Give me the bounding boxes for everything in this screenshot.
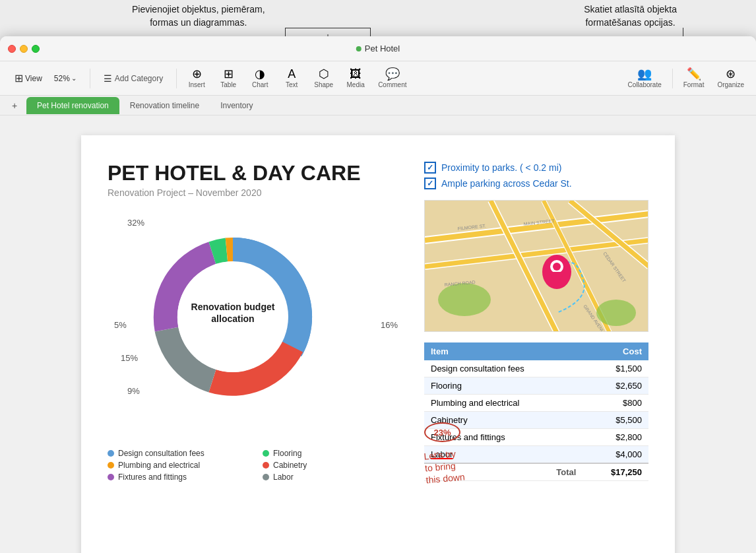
maximize-button[interactable] bbox=[32, 45, 40, 53]
tab-pet-hotel-renovation[interactable]: Pet Hotel renovation bbox=[26, 97, 119, 114]
pct-label-9: 9% bbox=[127, 386, 140, 396]
toolbar-category-group: ☰ Add Category bbox=[96, 71, 171, 86]
svg-point-12 bbox=[438, 283, 491, 316]
svg-point-21 bbox=[553, 263, 561, 271]
add-tab-button[interactable]: + bbox=[8, 99, 21, 112]
tab-renovation-timeline[interactable]: Renovation timeline bbox=[119, 97, 210, 114]
toolbar-separator-2 bbox=[176, 69, 177, 88]
collaborate-icon: 👥 bbox=[637, 68, 652, 80]
cost-flooring: $2,650 bbox=[583, 377, 648, 395]
table-button[interactable]: ⊞ Table bbox=[214, 65, 243, 91]
toolbar-separator-1 bbox=[90, 69, 90, 88]
checkbox-parking-label: Ample parking across Cedar St. bbox=[441, 178, 572, 189]
donut-chart-container: 32% 5% 15% 9% 16% bbox=[108, 211, 404, 436]
chart-center-line2: allocation bbox=[211, 313, 254, 324]
doc-left: PET HOTEL & DAY CARE Renovation Project … bbox=[108, 162, 404, 482]
circle-annotation: 23% bbox=[424, 422, 460, 442]
legend-label-cabinetry: Cabinetry bbox=[273, 461, 307, 470]
insert-button[interactable]: ⊕ Insert bbox=[182, 65, 211, 91]
organize-button[interactable]: ⊛ Organize bbox=[712, 65, 749, 91]
table-icon: ⊞ bbox=[224, 68, 234, 80]
pct-label-16: 16% bbox=[381, 320, 398, 330]
item-design: Design consultation fees bbox=[424, 360, 583, 377]
close-button[interactable] bbox=[8, 45, 16, 53]
chart-button[interactable]: ◑ Chart bbox=[245, 65, 274, 91]
legend-item-plumbing: Plumbing and electrical bbox=[108, 461, 249, 470]
cost-labor: $4,000 bbox=[583, 446, 648, 464]
text-icon: A bbox=[288, 68, 296, 80]
cost-fixtures: $2,800 bbox=[583, 429, 648, 446]
table-row: Flooring $2,650 bbox=[424, 377, 648, 395]
pct-label-5: 5% bbox=[114, 320, 127, 330]
main-content: PET HOTEL & DAY CARE Renovation Project … bbox=[0, 115, 756, 553]
comment-icon: 💬 bbox=[385, 68, 400, 80]
handwritten-note: Let's tryto bringthis down bbox=[424, 447, 466, 487]
legend-label-labor: Labor bbox=[273, 472, 294, 482]
doc-layout: PET HOTEL & DAY CARE Renovation Project … bbox=[108, 162, 648, 482]
legend-dot-cabinetry bbox=[263, 462, 269, 469]
col-item-header: Item bbox=[424, 342, 583, 360]
legend-label-design: Design consultation fees bbox=[118, 449, 205, 458]
toolbar-separator-3 bbox=[672, 69, 673, 88]
shape-button[interactable]: ⬡ Shape bbox=[309, 65, 338, 91]
callout-bracket-left bbox=[285, 28, 371, 37]
titlebar: Pet Hotel bbox=[0, 36, 756, 61]
toolbar: ⊞ View 52% ⌄ ☰ Add Category ⊕ Insert ⊞ T… bbox=[0, 61, 756, 96]
svg-point-13 bbox=[596, 300, 636, 326]
legend-item-flooring: Flooring bbox=[263, 449, 404, 458]
format-button[interactable]: ✏️ Format bbox=[678, 65, 710, 91]
donut-chart-svg: Renovation budget allocation bbox=[108, 211, 358, 422]
checkbox-parking-box[interactable] bbox=[424, 178, 436, 189]
callout-line-right bbox=[683, 28, 683, 37]
pct-label-15: 15% bbox=[121, 353, 138, 363]
comment-button[interactable]: 💬 Comment bbox=[373, 65, 412, 91]
media-icon: 🖼 bbox=[350, 68, 362, 80]
cost-design: $1,500 bbox=[583, 360, 648, 377]
legend-label-fixtures: Fixtures and fittings bbox=[118, 472, 187, 482]
map-container: FILMORE ST. MAIN STREET CEDAR STREET GRA… bbox=[424, 200, 648, 332]
cost-cabinetry: $5,500 bbox=[583, 412, 648, 429]
app-window: Pet Hotel ⊞ View 52% ⌄ ☰ Add Category ⊕ … bbox=[0, 36, 756, 553]
legend-dot-fixtures bbox=[108, 474, 114, 480]
table-row: Plumbing and electrical $800 bbox=[424, 395, 648, 412]
doc-title: PET HOTEL & DAY CARE bbox=[108, 162, 404, 185]
toolbar-view-group: ⊞ View 52% ⌄ bbox=[7, 69, 84, 87]
title-dot bbox=[356, 46, 362, 51]
document: PET HOTEL & DAY CARE Renovation Project … bbox=[81, 135, 675, 553]
document-area[interactable]: PET HOTEL & DAY CARE Renovation Project … bbox=[0, 115, 756, 553]
checkbox-proximity-label: Proximity to parks. ( < 0.2 mi) bbox=[441, 162, 561, 173]
legend-dot-plumbing bbox=[108, 462, 114, 469]
table-row: Cabinetry $5,500 bbox=[424, 412, 648, 429]
checkbox-parking: Ample parking across Cedar St. bbox=[424, 178, 648, 189]
media-button[interactable]: 🖼 Media bbox=[341, 65, 370, 91]
format-icon: ✏️ bbox=[687, 68, 701, 80]
add-category-button[interactable]: ☰ Add Category bbox=[98, 71, 168, 86]
legend-dot-design bbox=[108, 450, 114, 457]
view-button[interactable]: ⊞ View bbox=[9, 69, 47, 87]
legend-label-plumbing: Plumbing and electrical bbox=[118, 461, 200, 470]
legend-label-flooring: Flooring bbox=[273, 449, 301, 458]
checkbox-section: Proximity to parks. ( < 0.2 mi) Ample pa… bbox=[424, 162, 648, 189]
checkbox-proximity-box[interactable] bbox=[424, 162, 436, 174]
shape-icon: ⬡ bbox=[319, 68, 329, 80]
zoom-button[interactable]: 52% ⌄ bbox=[49, 71, 82, 86]
item-plumbing: Plumbing and electrical bbox=[424, 395, 583, 412]
legend-dot-flooring bbox=[263, 450, 269, 457]
checkbox-proximity: Proximity to parks. ( < 0.2 mi) bbox=[424, 162, 648, 174]
traffic-lights bbox=[8, 45, 40, 53]
minimize-button[interactable] bbox=[20, 45, 28, 53]
right-callout: Skatiet atlasītā objektaformatēšanas opc… bbox=[584, 3, 677, 29]
chart-legend: Design consultation fees Flooring Plumbi… bbox=[108, 449, 404, 482]
text-button[interactable]: A Text bbox=[277, 65, 306, 91]
item-flooring: Flooring bbox=[424, 377, 583, 395]
legend-dot-labor bbox=[263, 474, 269, 480]
chart-icon: ◑ bbox=[255, 68, 265, 80]
chart-center-line1: Renovation budget bbox=[191, 302, 275, 312]
window-title: Pet Hotel bbox=[356, 44, 400, 53]
pct-label-32: 32% bbox=[127, 218, 144, 228]
organize-icon: ⊛ bbox=[726, 68, 736, 80]
tab-inventory[interactable]: Inventory bbox=[210, 97, 263, 114]
table-row: Design consultation fees $1,500 bbox=[424, 360, 648, 377]
collaborate-button[interactable]: 👥 Collaborate bbox=[623, 65, 667, 91]
left-callout: Pievienojiet objektus, piemēram,formas u… bbox=[132, 3, 265, 29]
